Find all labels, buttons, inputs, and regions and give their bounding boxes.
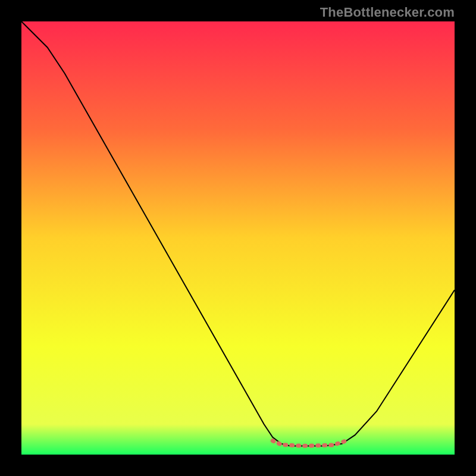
source-attribution: TheBottlenecker.com — [320, 5, 455, 20]
chart-plot-area — [21, 21, 455, 455]
gradient-rect — [21, 21, 455, 455]
chart-svg — [21, 21, 455, 455]
